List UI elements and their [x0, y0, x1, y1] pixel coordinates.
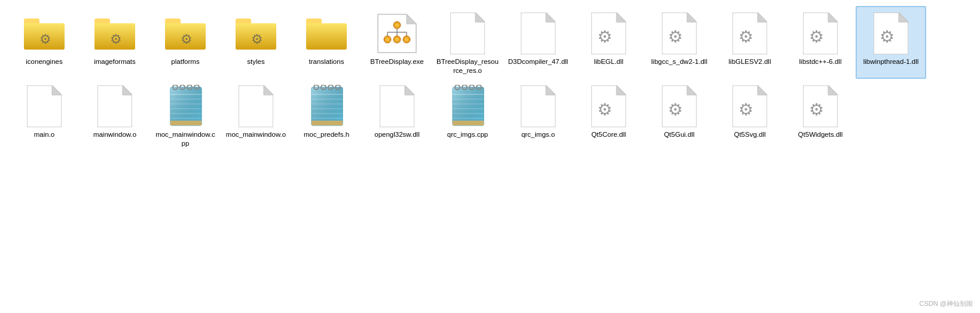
- icon-BTreeDisplay_resource_res.o: [446, 12, 489, 55]
- file-item-platforms[interactable]: ⚙ platforms: [150, 6, 221, 79]
- svg-rect-91: [453, 87, 484, 125]
- svg-point-25: [395, 23, 399, 27]
- icon-libgcc_s_dw2-1.dll: ⚙: [658, 12, 701, 55]
- svg-marker-89: [405, 85, 414, 95]
- svg-rect-76: [312, 87, 343, 125]
- svg-text:⚙: ⚙: [738, 27, 753, 46]
- file-item-translations[interactable]: translations: [291, 6, 362, 79]
- svg-text:⚙: ⚙: [809, 100, 824, 119]
- svg-text:⚙: ⚙: [809, 27, 824, 46]
- file-item-BTreeDisplay.exe[interactable]: BTreeDisplay.exe: [362, 6, 432, 79]
- icon-BTreeDisplay.exe: [375, 12, 419, 55]
- svg-point-36: [405, 38, 408, 41]
- file-item-iconengines[interactable]: ⚙ iconengines: [9, 6, 80, 79]
- file-item-qrc_imgs.o[interactable]: qrc_imgs.o: [503, 79, 573, 152]
- icon-Qt5Core.dll: ⚙: [587, 85, 630, 128]
- icon-main.o: [23, 85, 66, 128]
- label-Qt5Svg.dll: Qt5Svg.dll: [734, 130, 765, 139]
- file-item-moc_predefs.h[interactable]: moc_predefs.h: [291, 79, 362, 152]
- label-BTreeDisplay.exe: BTreeDisplay.exe: [370, 57, 423, 66]
- label-translations: translations: [309, 57, 344, 66]
- label-qrc_imgs.o: qrc_imgs.o: [521, 130, 555, 139]
- label-moc_predefs.h: moc_predefs.h: [304, 130, 349, 139]
- icon-opengl32sw.dll: [375, 85, 419, 128]
- file-item-imageformats[interactable]: ⚙ imageformats: [80, 6, 150, 79]
- svg-marker-59: [123, 85, 132, 95]
- svg-marker-109: [687, 85, 697, 95]
- label-mainwindow.o: mainwindow.o: [93, 130, 136, 139]
- file-grid: ⚙ iconengines: [0, 0, 980, 158]
- svg-marker-23: [407, 14, 416, 24]
- svg-marker-42: [616, 13, 626, 22]
- svg-text:⚙: ⚙: [597, 100, 612, 119]
- file-item-libGLESV2.dll[interactable]: ⚙ libGLESV2.dll: [715, 6, 785, 79]
- svg-marker-48: [758, 13, 767, 22]
- icon-libwinpthread-1.dll: ⚙: [869, 12, 912, 55]
- svg-rect-61: [170, 87, 202, 125]
- svg-text:⚙: ⚙: [738, 100, 753, 119]
- file-item-BTreeDisplay_resource_res.o[interactable]: BTreeDisplay_resource_res.o: [432, 6, 503, 79]
- svg-rect-72: [170, 121, 202, 125]
- watermark: CSDN @神仙别闹: [920, 299, 973, 308]
- file-item-D3Dcompiler_47.dll[interactable]: D3Dcompiler_47.dll: [503, 6, 573, 79]
- label-Qt5Gui.dll: Qt5Gui.dll: [664, 130, 694, 139]
- icon-Qt5Widgets.dll: ⚙: [799, 85, 842, 128]
- svg-rect-102: [453, 121, 484, 125]
- svg-marker-115: [828, 85, 838, 95]
- icon-libEGL.dll: ⚙: [587, 12, 630, 55]
- file-item-moc_mainwindow.o[interactable]: moc_mainwindow.o: [221, 79, 291, 152]
- svg-marker-45: [687, 13, 697, 22]
- icon-qrc_imgs.o: [517, 85, 560, 128]
- svg-text:⚙: ⚙: [39, 32, 51, 47]
- label-imageformats: imageformats: [94, 57, 136, 66]
- label-libGLESV2.dll: libGLESV2.dll: [729, 57, 771, 66]
- label-iconengines: iconengines: [26, 57, 62, 66]
- file-item-libgcc_s_dw2-1.dll[interactable]: ⚙ libgcc_s_dw2-1.dll: [644, 6, 715, 79]
- file-item-libEGL.dll[interactable]: ⚙ libEGL.dll: [573, 6, 644, 79]
- icon-moc_predefs.h: [305, 85, 348, 128]
- file-item-qrc_imgs.cpp[interactable]: qrc_imgs.cpp: [432, 79, 503, 152]
- svg-text:⚙: ⚙: [251, 32, 263, 47]
- icon-D3Dcompiler_47.dll: [517, 12, 560, 55]
- file-item-Qt5Core.dll[interactable]: ⚙ Qt5Core.dll: [573, 79, 644, 152]
- file-item-Qt5Svg.dll[interactable]: ⚙ Qt5Svg.dll: [715, 79, 785, 152]
- icon-moc_mainwindow.o: [234, 85, 277, 128]
- file-item-Qt5Widgets.dll[interactable]: ⚙ Qt5Widgets.dll: [785, 79, 856, 152]
- icon-iconengines: ⚙: [23, 12, 66, 55]
- label-libEGL.dll: libEGL.dll: [594, 57, 623, 66]
- svg-marker-51: [828, 13, 838, 22]
- file-item-mainwindow.o[interactable]: mainwindow.o: [80, 79, 150, 152]
- svg-text:⚙: ⚙: [181, 32, 193, 47]
- icon-imageformats: ⚙: [93, 12, 136, 55]
- label-opengl32sw.dll: opengl32sw.dll: [374, 130, 419, 139]
- label-styles: styles: [247, 57, 264, 66]
- svg-text:⚙: ⚙: [597, 27, 612, 46]
- svg-marker-104: [546, 85, 555, 95]
- file-item-opengl32sw.dll[interactable]: opengl32sw.dll: [362, 79, 432, 152]
- icon-platforms: ⚙: [164, 12, 207, 55]
- label-moc_mainwindow.o: moc_mainwindow.o: [226, 130, 286, 139]
- svg-marker-54: [899, 13, 908, 22]
- file-item-moc_mainwindow.cpp[interactable]: moc_mainwindow.cpp: [150, 79, 221, 152]
- icon-qrc_imgs.cpp: [446, 85, 489, 128]
- icon-libGLESV2.dll: ⚙: [728, 12, 771, 55]
- file-item-libwinpthread-1.dll[interactable]: ⚙ libwinpthread-1.dll: [856, 6, 926, 79]
- file-item-main.o[interactable]: main.o: [9, 79, 80, 152]
- icon-libstdc++-6.dll: ⚙: [799, 12, 842, 55]
- svg-marker-40: [546, 13, 555, 22]
- svg-text:⚙: ⚙: [668, 27, 683, 46]
- svg-rect-21: [306, 23, 347, 50]
- file-item-Qt5Gui.dll[interactable]: ⚙ Qt5Gui.dll: [644, 79, 715, 152]
- label-moc_mainwindow.cpp: moc_mainwindow.cpp: [154, 130, 217, 148]
- label-BTreeDisplay_resource_res.o: BTreeDisplay_resource_res.o: [436, 57, 499, 75]
- label-main.o: main.o: [34, 130, 55, 139]
- label-D3Dcompiler_47.dll: D3Dcompiler_47.dll: [508, 57, 568, 66]
- label-libwinpthread-1.dll: libwinpthread-1.dll: [863, 57, 919, 66]
- file-item-libstdc++-6.dll[interactable]: ⚙ libstdc++-6.dll: [785, 6, 856, 79]
- svg-point-33: [395, 38, 399, 41]
- svg-text:⚙: ⚙: [880, 27, 894, 46]
- icon-Qt5Svg.dll: ⚙: [728, 85, 771, 128]
- file-item-styles[interactable]: ⚙ styles: [221, 6, 291, 79]
- label-Qt5Widgets.dll: Qt5Widgets.dll: [798, 130, 843, 139]
- svg-text:⚙: ⚙: [110, 32, 122, 47]
